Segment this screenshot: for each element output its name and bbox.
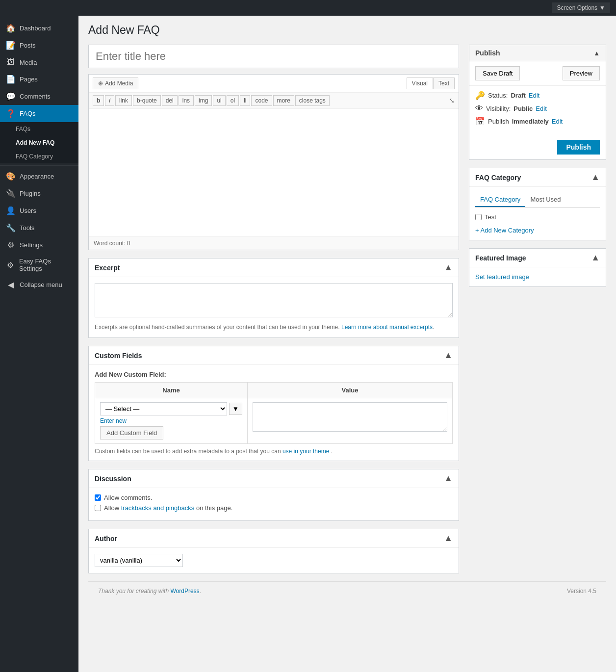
top-bar: Screen Options ▼ (0, 0, 616, 16)
publish-header[interactable]: Publish ▲ (469, 45, 606, 61)
editor-expand-icon[interactable]: ⤡ (449, 97, 455, 104)
dashboard-icon: 🏠 (6, 24, 16, 33)
excerpt-learn-more-link[interactable]: Learn more about manual excerpts (341, 324, 433, 331)
faq-category-tab-most-used[interactable]: Most Used (525, 193, 565, 207)
screen-options-button[interactable]: Screen Options ▼ (552, 2, 610, 13)
appearance-icon: 🎨 (6, 172, 16, 181)
sidebar-item-users[interactable]: 👤 Users (0, 202, 78, 219)
publish-status-edit-link[interactable]: Edit (529, 92, 539, 99)
content-row: ⊕ Add Media Visual Text (88, 45, 606, 581)
add-custom-field-button[interactable]: Add Custom Field (100, 426, 163, 439)
add-new-category-link[interactable]: + Add New Category (475, 227, 600, 234)
text-mode-label: Text (438, 80, 449, 87)
set-featured-image-link[interactable]: Set featured image (475, 273, 529, 281)
allow-trackbacks-checkbox[interactable] (95, 505, 101, 511)
custom-field-select[interactable]: — Select — (100, 402, 227, 415)
sidebar-item-plugins[interactable]: 🔌 Plugins (0, 185, 78, 202)
allow-trackbacks-label: Allow trackbacks and pingbacks on this p… (104, 504, 232, 512)
toolbar-more-button[interactable]: more (273, 95, 294, 106)
screen-options-label: Screen Options (557, 4, 597, 11)
toolbar-close-tags-button[interactable]: close tags (295, 95, 330, 106)
footer-thank-you: Thank you for creating with (98, 588, 169, 594)
excerpt-toggle-icon: ▲ (444, 262, 453, 273)
toolbar-code-button[interactable]: code (251, 95, 272, 106)
sidebar-item-comments[interactable]: 💬 Comments (0, 88, 78, 105)
sidebar-divider (0, 165, 78, 166)
publish-actions-top: Save Draft Preview (469, 61, 606, 86)
toolbar-bquote-button[interactable]: b-quote (133, 95, 161, 106)
tools-icon: 🔧 (6, 223, 16, 233)
add-media-button[interactable]: ⊕ Add Media (93, 78, 138, 89)
use-in-theme-link[interactable]: use in your theme (282, 448, 329, 455)
enter-new-link[interactable]: Enter new (100, 417, 242, 424)
trackbacks-link[interactable]: trackbacks and pingbacks (121, 504, 195, 512)
faq-category-header[interactable]: FAQ Category ▲ (469, 168, 606, 187)
publish-button[interactable]: Publish (557, 140, 600, 155)
sidebar-item-easy-faqs-settings[interactable]: ⚙ Easy FAQs Settings (0, 254, 78, 276)
comments-icon: 💬 (6, 92, 16, 101)
visual-mode-button[interactable]: Visual (407, 78, 433, 89)
custom-fields-value-cell (247, 398, 452, 444)
sidebar-subitem-add-new-faq-label: Add New FAQ (16, 139, 54, 146)
sidebar-subitem-faqs-list[interactable]: FAQs (0, 122, 78, 136)
toolbar-img-button[interactable]: img (195, 95, 212, 106)
main-content: Add New FAQ ⊕ Add Media Visual (78, 16, 616, 672)
toolbar-ul-button[interactable]: ul (213, 95, 225, 106)
footer-wordpress-link[interactable]: WordPress (170, 588, 199, 594)
save-draft-button[interactable]: Save Draft (475, 66, 520, 80)
allow-trackbacks-row: Allow trackbacks and pingbacks on this p… (95, 504, 453, 512)
custom-fields-note: Custom fields can be used to add extra m… (95, 448, 453, 455)
author-select[interactable]: vanilla (vanilla) (95, 554, 183, 567)
allow-trackbacks-text: Allow (104, 504, 119, 512)
faq-category-test-row: Test (475, 211, 600, 223)
sidebar-item-media[interactable]: 🖼 Media (0, 54, 78, 71)
post-title-input[interactable] (88, 45, 459, 68)
text-mode-button[interactable]: Text (433, 78, 455, 89)
excerpt-box-header[interactable]: Excerpt ▲ (89, 258, 459, 277)
publish-visibility-row: 👁 Visibility: Public Edit (475, 104, 600, 113)
toolbar-ins-button[interactable]: ins (179, 95, 194, 106)
toolbar-italic-button[interactable]: i (105, 95, 114, 106)
featured-image-title: Featured Image (475, 254, 526, 262)
toolbar-ol-button[interactable]: ol (227, 95, 239, 106)
publish-toggle-icon: ▲ (593, 50, 600, 57)
toolbar-link-button[interactable]: link (115, 95, 132, 106)
discussion-title: Discussion (95, 475, 131, 483)
media-icon: 🖼 (6, 58, 16, 67)
sidebar-item-pages[interactable]: 📄 Pages (0, 71, 78, 88)
sidebar-item-settings-label: Settings (20, 241, 43, 249)
excerpt-textarea[interactable] (95, 283, 453, 317)
discussion-header[interactable]: Discussion ▲ (89, 469, 459, 488)
toolbar-li-button[interactable]: li (240, 95, 250, 106)
custom-fields-header[interactable]: Custom Fields ▲ (89, 346, 459, 365)
sidebar-item-tools[interactable]: 🔧 Tools (0, 219, 78, 236)
sidebar-item-appearance[interactable]: 🎨 Appearance (0, 168, 78, 185)
publish-when-edit-link[interactable]: Edit (552, 118, 563, 125)
add-new-custom-field-label: Add New Custom Field: (95, 371, 453, 378)
sidebar-item-settings[interactable]: ⚙ Settings (0, 236, 78, 254)
custom-fields-note-text: Custom fields can be used to add extra m… (95, 448, 281, 455)
sidebar-item-dashboard[interactable]: 🏠 Dashboard (0, 20, 78, 37)
content-main: ⊕ Add Media Visual Text (88, 45, 459, 581)
sidebar-subitem-add-new-faq[interactable]: Add New FAQ (0, 136, 78, 150)
toolbar-del-button[interactable]: del (162, 95, 178, 106)
editor-content-area[interactable] (89, 109, 459, 236)
word-count: Word count: 0 (89, 236, 459, 250)
faq-category-test-checkbox[interactable] (475, 214, 482, 220)
sidebar-item-collapse[interactable]: ◀ Collapse menu (0, 276, 78, 293)
faq-category-tab-all[interactable]: FAQ Category (475, 193, 525, 207)
custom-field-select-arrow-button[interactable]: ▼ (229, 403, 242, 415)
featured-image-header[interactable]: Featured Image ▲ (469, 249, 606, 267)
toolbar-bold-button[interactable]: b (93, 95, 104, 106)
sidebar-item-posts[interactable]: 📝 Posts (0, 37, 78, 54)
sidebar-item-faqs[interactable]: ❓ FAQs ◀ (0, 105, 78, 122)
preview-button[interactable]: Preview (563, 66, 600, 80)
sidebar-item-plugins-label: Plugins (20, 190, 41, 197)
allow-comments-checkbox[interactable] (95, 494, 101, 501)
sidebar-subitem-faq-category[interactable]: FAQ Category (0, 150, 78, 163)
publish-visibility-edit-link[interactable]: Edit (536, 105, 546, 112)
sidebar-item-users-label: Users (20, 207, 36, 214)
excerpt-title: Excerpt (95, 264, 120, 272)
custom-field-value-textarea[interactable] (253, 402, 447, 432)
author-header[interactable]: Author ▲ (89, 529, 459, 548)
